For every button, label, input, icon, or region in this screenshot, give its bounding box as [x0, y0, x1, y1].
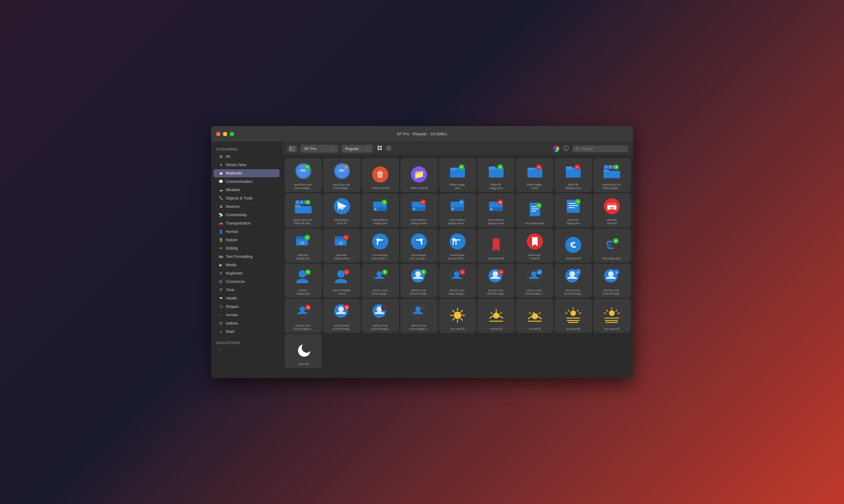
icon-cell-10[interactable]: paperplane.circle.fill [323, 193, 361, 227]
sidebar-item-arrows[interactable]: → Arrows [213, 311, 279, 319]
svg-text:+: + [499, 165, 501, 169]
icon-cell-2[interactable]: 🗑 trash.circle.fill [362, 158, 399, 192]
icon-cell-15[interactable]: + doc.badge.plus [516, 193, 553, 227]
icon-cell-32[interactable]: − person.crop.circle.fill.badg... [477, 264, 515, 298]
minimize-button[interactable] [223, 132, 227, 136]
grid-view-button[interactable] [376, 145, 384, 153]
add-collection-button[interactable]: + [213, 346, 279, 354]
icon-cell-27[interactable]: + person.badge.plus [285, 264, 322, 298]
icon-cell-5[interactable]: + folder.fill.badge.plus [477, 158, 515, 192]
svg-text:15: 15 [300, 241, 304, 245]
icon-cell-23[interactable]: bookmark.fill [477, 229, 515, 263]
traffic-lights [216, 132, 234, 136]
icon-visual: ! [409, 302, 429, 322]
font-selector[interactable]: SF Pro ⌄ [301, 145, 338, 152]
icon-cell-29[interactable]: + person.crop.circle.badge.... [362, 264, 399, 298]
sidebar-item-text-formatting[interactable]: Aa Text Formatting [213, 253, 279, 260]
icon-cell-3[interactable]: 📁 folder.circle.fill [400, 158, 438, 192]
svg-line-202 [616, 310, 617, 311]
icon-cell-40[interactable]: sun.max.fill [439, 299, 477, 333]
icon-cell-1[interactable]: ✏i pencil.tip.crop.circle.badge.... [323, 158, 361, 192]
icon-cell-7[interactable]: − folder.fill.badge.minus [555, 158, 592, 192]
icon-cell-18[interactable]: 15+ calendar.badge.plus [285, 229, 322, 263]
icon-cell-6[interactable]: − folder.badge.minus [516, 158, 553, 192]
svg-text:−: − [576, 165, 579, 169]
icon-cell-38[interactable]: ! person.crop.circle.fill.badg... [362, 299, 399, 333]
sidebar-item-communication[interactable]: 💬 Communication [213, 178, 279, 185]
icon-cell-35[interactable]: ✓ person.crop.circle.fill.badg... [593, 264, 631, 298]
sidebar-item-all[interactable]: ⊞ All [213, 152, 279, 161]
icon-cell-36[interactable]: ✕ person.crop.circle.badge.x... [285, 299, 322, 333]
icon-cell-39[interactable]: ! person.crop.circle.badge.e... [400, 299, 438, 333]
info-button[interactable]: i [563, 145, 569, 152]
sidebar-item-indices[interactable]: ① Indices [213, 319, 279, 327]
sidebar-item-health[interactable]: ❤ Health [213, 294, 279, 302]
icon-cell-44[interactable]: sun.haze.fill [593, 299, 631, 333]
icon-label: link.badge.plus [603, 257, 621, 260]
icon-cell-45[interactable]: moon.fill [285, 334, 322, 368]
arrows-icon: → [219, 312, 224, 318]
chevron-down-icon: ⌄ [331, 146, 334, 151]
sidebar-item-objects-tools[interactable]: 🔧 Objects & Tools [213, 194, 279, 202]
icon-cell-11[interactable]: + externaldrive.badge.plus [362, 193, 399, 227]
icon-cell-33[interactable]: ✓ person.crop.circle.badge.c... [516, 264, 553, 298]
icon-cell-26[interactable]: + link.badge.plus [593, 229, 631, 263]
icon-cell-41[interactable]: sunrise.fill [477, 299, 515, 333]
sidebar-item-transportation[interactable]: 🚗 Transportation [213, 219, 279, 227]
icon-cell-42[interactable]: sunset.fill [516, 299, 553, 333]
svg-text:+: + [422, 270, 425, 274]
icon-cell-16[interactable]: + note.text.badge.plus [555, 193, 592, 227]
icon-cell-22[interactable]: arrowshape.turn.up.left.2.... [439, 229, 477, 263]
close-button[interactable] [216, 132, 220, 136]
icon-cell-24[interactable]: bookmark.circle.fill [516, 229, 553, 263]
svg-point-159 [338, 306, 344, 312]
icon-cell-0[interactable]: ✏+ pencil.tip.crop.circle.badge.... [285, 158, 322, 192]
icon-visual: 15 [602, 197, 621, 216]
icon-visual: 15+ [294, 232, 313, 251]
sidebar-toggle-button[interactable] [287, 145, 297, 152]
icon-cell-28[interactable]: − person.badge.minus [323, 264, 361, 298]
icon-cell-8[interactable]: + square.grid.3x1.folder.badge.... [593, 158, 631, 192]
sidebar-item-time[interactable]: ⏱ Time [213, 286, 279, 294]
sidebar-item-nature[interactable]: 🍃 Nature [213, 236, 279, 244]
sidebar-item-multicolor[interactable]: ◉ Multicolor [213, 169, 279, 177]
maximize-button[interactable] [230, 132, 234, 136]
sidebar-item-connectivity[interactable]: 📡 Connectivity [213, 211, 279, 219]
icon-cell-31[interactable]: − person.crop.circle.badge.... [439, 264, 477, 298]
svg-text:✓: ✓ [460, 200, 463, 205]
icon-cell-14[interactable]: ✕ externaldrive.badge.xmark [477, 193, 515, 227]
icon-cell-30[interactable]: + person.crop.circle.fill.badg... [400, 264, 438, 298]
icon-cell-43[interactable]: sun.dust.fill [555, 299, 592, 333]
icon-label: pencil.tip.crop.circle.badge.... [294, 183, 313, 190]
search-input[interactable] [581, 147, 624, 151]
svg-line-183 [491, 312, 492, 314]
icon-cell-19[interactable]: 15− calendar.badge.minus [323, 229, 361, 263]
svg-point-108 [372, 233, 388, 250]
icon-cell-13[interactable]: ✓ externaldrive.badge.check.... [439, 193, 477, 227]
sidebar-item-math[interactable]: √ Math [213, 328, 279, 336]
sidebar-item-media[interactable]: ▶ Media [213, 261, 279, 269]
color-picker-button[interactable] [553, 145, 559, 152]
icon-cell-12[interactable]: − externaldrive.badge.minus [400, 193, 438, 227]
svg-rect-96 [607, 203, 617, 205]
icon-cell-34[interactable]: ✓ person.crop.circle.fill.badg... [555, 264, 592, 298]
svg-line-176 [461, 319, 463, 320]
icon-cell-37[interactable]: ✕ person.crop.circle.fill.badg... [323, 299, 361, 333]
svg-rect-90 [569, 205, 578, 206]
sidebar-item-whats-new[interactable]: ✦ What's New [213, 161, 279, 169]
sidebar-item-shapes[interactable]: ⬡ Shapes [213, 303, 279, 311]
icon-cell-17[interactable]: 15 calendar.circle.fill [593, 193, 631, 227]
icon-cell-25[interactable]: link.circle.fill [555, 229, 592, 263]
sidebar-item-editing[interactable]: ✏ Editing [213, 244, 279, 252]
icon-cell-20[interactable]: arrowshape.turn.up.left.ci... [362, 229, 399, 263]
icon-cell-4[interactable]: + folder.badge.plus [439, 158, 477, 192]
sidebar-item-keyboard[interactable]: # Keyboard [213, 269, 279, 277]
sidebar-item-weather[interactable]: ☁ Weather [213, 186, 279, 194]
list-view-button[interactable] [385, 145, 392, 153]
sidebar-item-devices[interactable]: 🖥 Devices [213, 203, 279, 211]
weight-selector[interactable]: Regular ⌄ [342, 145, 373, 152]
icon-cell-21[interactable]: arrowshape.turn.up.right.... [400, 229, 438, 263]
sidebar-item-commerce[interactable]: 🛒 Commerce [213, 277, 279, 286]
sidebar-item-human[interactable]: 👤 Human [213, 228, 279, 236]
icon-cell-9[interactable]: + square.grid.3x1.folder.fill.bad.... [285, 193, 322, 227]
